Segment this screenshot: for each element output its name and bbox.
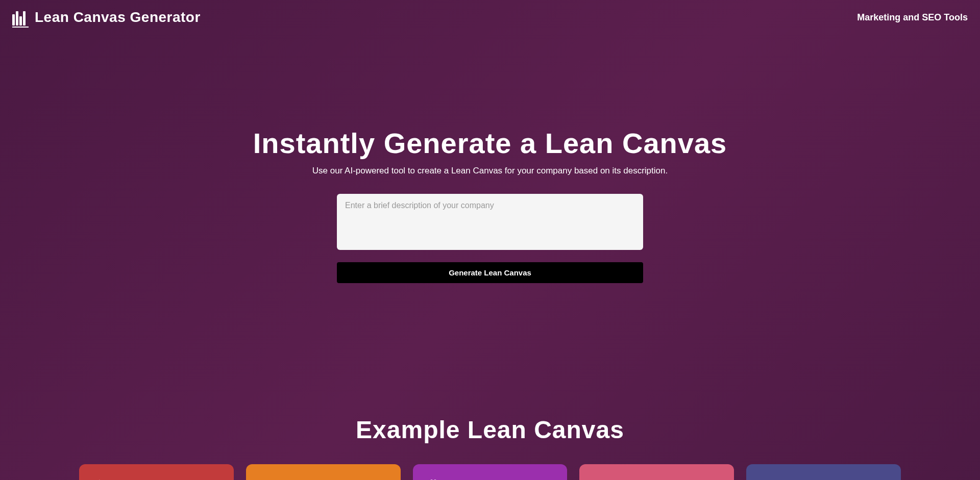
header: Lean Canvas Generator Marketing and SEO … [0,0,980,35]
hero-subtitle: Use our AI-powered tool to create a Lean… [0,166,980,176]
canvas-card-unfair-advantage: Unfair Advantage Innovation. Google Page… [579,464,734,480]
nav-marketing-seo-tools[interactable]: Marketing and SEO Tools [857,12,968,23]
form-container: Generate Lean Canvas [337,194,643,283]
canvas-card-problem: Problem [79,464,234,480]
canvas-card-unique-value: Unique Value [413,464,568,480]
canvas-grid: Problem Solution Develop a technology th… [0,464,980,480]
canvas-card-solution: Solution Develop a technology that would… [246,464,401,480]
example-title: Example Lean Canvas [0,416,980,444]
example-section: Example Lean Canvas Problem Solution Dev… [0,314,980,480]
company-description-input[interactable] [337,194,643,250]
generate-button[interactable]: Generate Lean Canvas [337,262,643,283]
hero-title: Instantly Generate a Lean Canvas [0,127,980,160]
logo-text: Lean Canvas Generator [35,9,201,26]
logo-section[interactable]: Lean Canvas Generator [12,9,201,26]
bar-chart-icon [12,9,29,26]
canvas-card-customer-segments: Customer Segments [746,464,901,480]
logo-icon-wrapper [12,9,29,26]
hero-section: Instantly Generate a Lean Canvas Use our… [0,35,980,314]
